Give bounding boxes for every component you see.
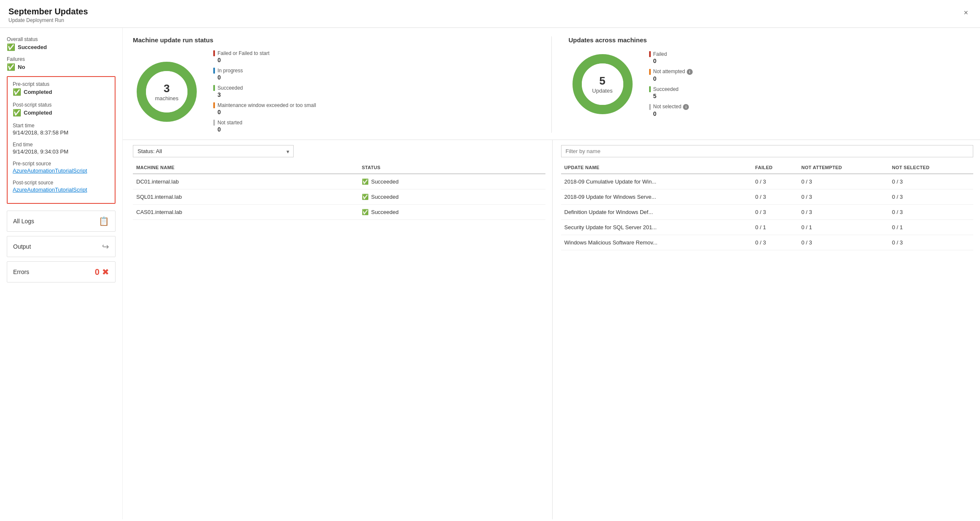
updates-filter-input[interactable] — [561, 145, 974, 157]
updates-table-scroll: UPDATE NAME FAILED NOT ATTEMPTED NOT SEL… — [561, 162, 974, 519]
close-button[interactable]: × — [960, 7, 972, 19]
machine-status-cell: ✅ Succeeded — [358, 205, 545, 220]
machine-donut-svg — [133, 58, 201, 126]
updates-chart-section: Updates across machines 5 Updates — [569, 36, 970, 133]
end-time-block: End time 9/14/2018, 9:34:03 PM — [13, 142, 110, 155]
errors-count: 0 — [95, 267, 99, 277]
prescript-status-label: Pre-script status — [13, 81, 110, 87]
legend-color-bar — [213, 50, 215, 56]
check-icon: ✅ — [7, 43, 15, 51]
no-failures-icon: ✅ — [7, 63, 15, 71]
end-time-label: End time — [13, 142, 110, 148]
charts-row: Machine update run status 3 machines — [123, 28, 980, 140]
legend-color-bar — [649, 69, 651, 75]
postscript-source-link[interactable]: AzureAutomationTutorialScript — [13, 186, 110, 193]
machine-name-cell: SQL01.internal.lab — [133, 189, 358, 205]
machine-legend-item: In progress 0 — [213, 68, 316, 81]
legend-value: 0 — [217, 126, 316, 133]
charts-divider — [551, 36, 552, 133]
modal-body: Overall status ✅ Succeeded Failures ✅ No… — [0, 28, 980, 519]
not-attempted-cell: 0 / 1 — [798, 220, 889, 235]
legend-color-bar — [213, 102, 215, 108]
legend-name: Succeeded — [217, 85, 243, 91]
overall-status-section: Overall status ✅ Succeeded — [7, 36, 116, 51]
tables-row: Status: All Succeeded Failed In progress… — [123, 140, 980, 519]
info-icon[interactable]: i — [687, 69, 693, 75]
machine-legend-item: Not started 0 — [213, 120, 316, 133]
table-row: 2018-09 Update for Windows Serve... 0 / … — [561, 189, 974, 205]
legend-value: 0 — [653, 75, 693, 82]
start-time-value: 9/14/2018, 8:37:58 PM — [13, 129, 110, 136]
postscript-status-text: Completed — [24, 110, 52, 116]
legend-value: 0 — [217, 57, 316, 63]
machine-status-header: STATUS — [358, 162, 545, 174]
succeeded-badge: ✅ Succeeded — [362, 209, 542, 215]
legend-color-bar — [213, 120, 215, 126]
prescript-status-text: Completed — [24, 89, 52, 95]
prescript-check-icon: ✅ — [13, 88, 21, 96]
not-selected-cell: 0 / 3 — [889, 189, 973, 205]
table-row: CAS01.internal.lab ✅ Succeeded — [133, 205, 545, 220]
not-attempted-cell: 0 / 3 — [798, 235, 889, 250]
legend-value: 3 — [217, 91, 316, 98]
modal-subtitle: Update Deployment Run — [8, 17, 88, 23]
update-name-cell: Windows Malicious Software Remov... — [561, 235, 752, 250]
legend-name: Not started — [217, 120, 242, 126]
failures-label: Failures — [7, 56, 116, 62]
svg-point-2 — [146, 71, 187, 112]
succeeded-badge: ✅ Succeeded — [362, 194, 542, 200]
updates-filter-bar — [561, 145, 974, 157]
failures-section: Failures ✅ No — [7, 56, 116, 71]
updates-table-header: UPDATE NAME FAILED NOT ATTEMPTED NOT SEL… — [561, 162, 974, 174]
updates-table-section: UPDATE NAME FAILED NOT ATTEMPTED NOT SEL… — [552, 140, 980, 519]
table-row: SQL01.internal.lab ✅ Succeeded — [133, 189, 545, 205]
legend-name: Succeeded — [653, 86, 679, 92]
modal-header: September Updates Update Deployment Run … — [0, 0, 980, 28]
not-attempted-cell: 0 / 3 — [798, 205, 889, 220]
not-selected-cell: 0 / 3 — [889, 235, 973, 250]
machine-legend-item: Succeeded 3 — [213, 85, 316, 98]
machine-name-header: MACHINE NAME — [133, 162, 358, 174]
errors-row: 0 ✖ — [95, 267, 109, 277]
errors-item[interactable]: Errors 0 ✖ — [7, 261, 116, 282]
machine-legend-item: Failed or Failed to start 0 — [213, 50, 316, 63]
modal-title: September Updates — [8, 7, 88, 16]
output-label: Output — [13, 243, 31, 250]
legend-color-bar — [649, 86, 651, 92]
prescript-source-block: Pre-script source AzureAutomationTutoria… — [13, 161, 110, 174]
not-attempted-cell: 0 / 3 — [798, 189, 889, 205]
updates-chart-container: 5 Updates Failed 0 Not attemptedi 0 Succ… — [569, 50, 970, 118]
machine-name-cell: DC01.internal.lab — [133, 174, 358, 189]
failed-cell: 0 / 1 — [752, 220, 798, 235]
not-attempted-cell: 0 / 3 — [798, 174, 889, 189]
prescript-status-block: Pre-script status ✅ Completed — [13, 81, 110, 96]
legend-name: In progress — [217, 68, 243, 74]
updates-legend-item: Succeeded 5 — [649, 86, 693, 99]
legend-color-bar — [649, 104, 651, 110]
start-time-label: Start time — [13, 123, 110, 129]
failures-value: ✅ No — [7, 63, 116, 71]
table-row: 2018-09 Cumulative Update for Win... 0 /… — [561, 174, 974, 189]
prescript-status-value: ✅ Completed — [13, 88, 110, 96]
legend-color-bar — [213, 68, 215, 74]
output-item[interactable]: Output ↪ — [7, 236, 116, 257]
machine-table: MACHINE NAME STATUS DC01.internal.lab ✅ … — [133, 162, 545, 220]
machine-chart-section: Machine update run status 3 machines — [133, 36, 534, 133]
not-selected-cell: 0 / 1 — [889, 220, 973, 235]
table-row: Definition Update for Windows Def... 0 /… — [561, 205, 974, 220]
start-time-block: Start time 9/14/2018, 8:37:58 PM — [13, 123, 110, 136]
postscript-status-value: ✅ Completed — [13, 109, 110, 117]
info-icon[interactable]: i — [683, 104, 689, 110]
machine-filter-bar: Status: All Succeeded Failed In progress — [133, 145, 545, 157]
prescript-source-link[interactable]: AzureAutomationTutorialScript — [13, 167, 110, 174]
update-name-header: UPDATE NAME — [561, 162, 752, 174]
left-panel: Overall status ✅ Succeeded Failures ✅ No… — [0, 28, 123, 519]
failed-cell: 0 / 3 — [752, 189, 798, 205]
legend-name: Failed or Failed to start — [217, 50, 270, 56]
updates-legend-item: Not attemptedi 0 — [649, 69, 693, 82]
all-logs-item[interactable]: All Logs 📋 — [7, 211, 116, 232]
not-selected-cell: 0 / 3 — [889, 205, 973, 220]
status-filter-select[interactable]: Status: All Succeeded Failed In progress — [133, 145, 294, 157]
legend-name: Maintenance window exceeded or too small — [217, 102, 316, 108]
failed-cell: 0 / 3 — [752, 235, 798, 250]
